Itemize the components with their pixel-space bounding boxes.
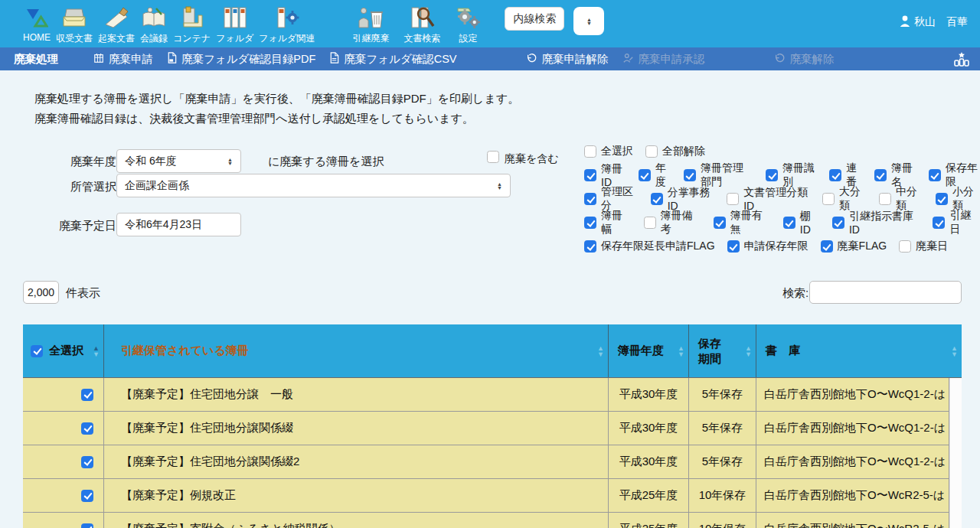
- toolbar-item-label: 会議録: [140, 32, 168, 45]
- menu-item-folder-confirm-csv[interactable]: 廃棄フォルダ確認CSV: [329, 52, 456, 67]
- toolbar-item-minutes[interactable]: 会議録: [140, 4, 168, 45]
- toggle-clear-all[interactable]: 全部解除: [645, 145, 705, 158]
- include-disposed-label: 廃棄を含む: [505, 152, 559, 166]
- toolbar-item-label: コンテナ: [173, 32, 211, 45]
- row-checkbox[interactable]: [81, 422, 93, 435]
- row-checkbox[interactable]: [81, 456, 93, 468]
- row-checkbox[interactable]: [81, 523, 93, 528]
- fiscal-year-select[interactable]: 令和 6年度: [116, 149, 241, 173]
- department-label: 所管選択: [43, 180, 116, 194]
- toggle-book-class[interactable]: 簿冊識別: [766, 161, 817, 189]
- row-checkbox[interactable]: [81, 490, 93, 502]
- toggle-select-all[interactable]: 全選択: [584, 145, 633, 158]
- menu-item-cancel-disposal[interactable]: 廃棄解除: [774, 52, 835, 67]
- header-books-column[interactable]: 引継保管されている簿冊: [104, 324, 609, 377]
- sort-arrows-icon: [745, 345, 752, 357]
- toolbar-item-container[interactable]: コンテナ: [173, 4, 211, 45]
- home-logo-icon: [25, 4, 48, 31]
- toggle-book-dept[interactable]: 簿冊管理部門: [684, 161, 753, 189]
- magnifier-files-icon: [408, 4, 436, 31]
- row-year: 平成30年度: [609, 378, 689, 411]
- menu-item-folder-confirm-pdf[interactable]: 廃棄フォルダ確認目録PDF: [167, 52, 315, 67]
- include-disposed-checkbox[interactable]: [487, 151, 499, 163]
- books-table: 全選択 引継保管されている簿冊 簿冊年度 保存期間 書 庫: [23, 324, 962, 528]
- table-scrollbar-track[interactable]: [949, 378, 962, 528]
- toolbar-item-doc-search[interactable]: 文書検索: [403, 4, 440, 45]
- disposal-processing-page: HOME 収受文書 起案文書 会議録 コンテナ: [0, 0, 980, 528]
- undo-arrow-icon: [774, 53, 786, 66]
- top-toolbar: HOME 収受文書 起案文書 会議録 コンテナ: [0, 0, 980, 47]
- toolbar-item-label: 収受文書: [56, 32, 93, 45]
- row-storage: 白岳庁舎西別館地下O〜WcR2-5-は: [756, 513, 949, 528]
- toolbar-item-folder[interactable]: フォルダ: [216, 4, 253, 45]
- row-period: 10年保存: [689, 513, 756, 528]
- row-period: 5年保存: [689, 445, 756, 478]
- table-row: 【廃棄予定】寄附金（ふるさと納税関係） 平成25年度 10年保存 白岳庁舎西別館…: [23, 513, 949, 528]
- writing-paper-icon: [103, 4, 130, 31]
- toggle-storage-id[interactable]: 引継指示書庫ID: [832, 210, 921, 236]
- toolbar-item-label: フォルダ関連: [259, 32, 315, 45]
- header-year-column[interactable]: 簿冊年度: [609, 324, 689, 377]
- department-select[interactable]: 企画課企画係: [116, 174, 511, 197]
- toolbar-item-draft-docs[interactable]: 起案文書: [98, 4, 135, 45]
- row-title: 【廃棄予定】例規改正: [104, 479, 609, 512]
- updown-arrows-icon: [497, 182, 502, 190]
- extension-search-input[interactable]: [505, 7, 564, 31]
- toggle-disposal-flag[interactable]: 廃棄FLAG: [821, 240, 887, 253]
- toggle-extend-flag[interactable]: 保存年限延長申請FLAG: [584, 240, 715, 253]
- toolbar-item-received-docs[interactable]: 収受文書: [56, 4, 93, 45]
- toolbar-item-folder-related[interactable]: フォルダ関連: [259, 4, 315, 45]
- table-row: 【廃棄予定】住宅団地分譲 一般 平成30年度 5年保存 白岳庁舎西別館地下O〜W…: [23, 378, 949, 412]
- pdf-file-icon: [167, 52, 177, 66]
- menu-item-cancel-request[interactable]: 廃棄申請解除: [526, 52, 609, 67]
- toolbar-item-label: 起案文書: [98, 32, 135, 45]
- table-search-input[interactable]: [809, 281, 962, 304]
- sort-arrows-icon: [597, 345, 604, 357]
- page-size-input[interactable]: [23, 281, 59, 304]
- header-select-all[interactable]: 全選択: [23, 324, 104, 377]
- toggle-doc-class-id[interactable]: 文書管理分類ID: [727, 186, 810, 212]
- header-period-column[interactable]: 保存期間: [689, 324, 756, 377]
- menu-item-approve-request[interactable]: 廃棄申請承認: [622, 52, 705, 67]
- sort-arrows-icon: [951, 345, 958, 357]
- toolbar-item-takeover-disposal[interactable]: 引継廃棄: [352, 4, 389, 45]
- row-year: 平成30年度: [609, 412, 689, 445]
- row-checkbox[interactable]: [81, 389, 93, 401]
- table-row: 【廃棄予定】住宅団地分譲関係綴2 平成30年度 5年保存 白岳庁舎西別館地下O〜…: [23, 445, 949, 479]
- sort-arrows-icon: [93, 345, 100, 357]
- toolbar-item-label: 設定: [459, 32, 477, 45]
- row-storage: 白岳庁舎西別館地下O〜WcQ1-2-は: [756, 378, 949, 411]
- toggle-book-id[interactable]: 簿冊ID: [584, 162, 626, 188]
- toggle-book-width[interactable]: 簿冊幅: [584, 209, 632, 236]
- toggle-book-exist[interactable]: 簿冊有無: [714, 209, 771, 236]
- instruction-line: 廃棄簿冊確認目録は、決裁後文書管理管理部門へ送付し承認処理をしてもらいます。: [34, 109, 519, 129]
- instruction-line: 廃棄処理する簿冊を選択し「廃棄申請」を実行後、「廃棄簿冊確認目録PDF」を印刷し…: [34, 89, 519, 109]
- row-storage: 白岳庁舎西別館地下O〜WcR2-5-は: [756, 479, 949, 512]
- toggle-shelf-id[interactable]: 棚ID: [783, 210, 820, 236]
- user-chip[interactable]: 秋山 百華: [900, 15, 968, 29]
- toggle-duty-id[interactable]: 分掌事務ID: [651, 186, 714, 212]
- toggle-disposal-date[interactable]: 廃棄日: [899, 240, 948, 253]
- disposal-date-input[interactable]: [116, 213, 241, 236]
- ranking-star-icon[interactable]: [952, 50, 971, 71]
- header-storage-column[interactable]: 書 庫: [756, 324, 962, 377]
- menu-item-disposal-request[interactable]: 廃棄申請: [93, 52, 153, 67]
- toolbar-item-home[interactable]: HOME: [23, 4, 51, 43]
- container-box-icon: [178, 4, 206, 31]
- calendar-grid-icon: [93, 53, 104, 66]
- table-row: 【廃棄予定】住宅団地分譲関係綴 平成30年度 5年保存 白岳庁舎西別館地下O〜W…: [23, 412, 949, 445]
- toolbar-item-settings[interactable]: 設定: [455, 4, 481, 45]
- updown-arrows-icon: [227, 158, 233, 165]
- toggle-year[interactable]: 年度: [639, 161, 671, 189]
- person-trash-icon: [357, 4, 384, 31]
- disposal-date-label: 廃棄予定日: [43, 219, 116, 233]
- row-storage: 白岳庁舎西別館地下O〜WcQ1-2-は: [756, 445, 949, 478]
- extension-select[interactable]: [573, 7, 604, 35]
- toolbar-item-label: 引継廃棄: [352, 32, 389, 45]
- toggle-mid-class[interactable]: 中分類: [879, 185, 923, 213]
- toggle-large-class[interactable]: 大分類: [822, 185, 867, 213]
- toggle-book-note[interactable]: 簿冊備考: [644, 209, 701, 236]
- select-all-checkbox[interactable]: [31, 345, 43, 357]
- toggle-request-retention[interactable]: 申請保存年限: [727, 240, 808, 253]
- toggle-takeover-date[interactable]: 引継日: [933, 209, 980, 236]
